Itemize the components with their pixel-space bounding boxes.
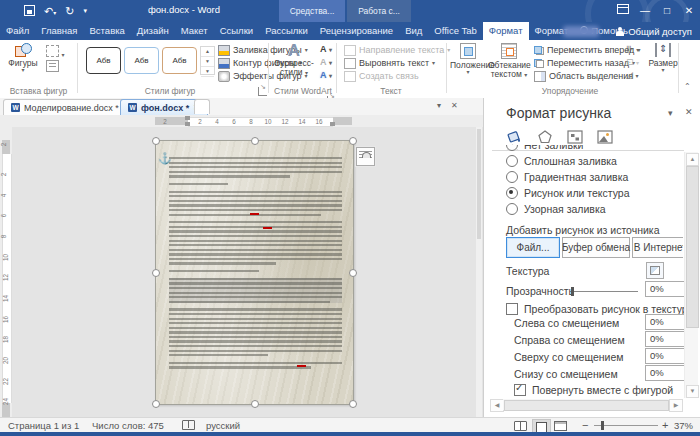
tab-insert[interactable]: Вставка <box>84 22 131 40</box>
effects-tab-icon[interactable] <box>534 128 556 146</box>
selection-handle-bottom-middle[interactable] <box>251 400 259 408</box>
radio-icon[interactable] <box>506 145 518 151</box>
rotate-objects-button[interactable]: ◿ ▾ <box>626 70 638 80</box>
tab-design[interactable]: Дизайн <box>131 22 175 40</box>
word-count-status[interactable]: Число слов: 475 <box>92 418 164 433</box>
vertical-ruler[interactable]: 2 2 4 6 8 10 12 14 16 18 20 22 24 <box>0 127 12 417</box>
indent-marker[interactable] <box>185 122 190 126</box>
scrollbar-thumb[interactable] <box>504 400 669 411</box>
selection-handle-middle-right[interactable] <box>349 269 357 277</box>
scroll-right-icon[interactable]: ▶ <box>669 399 683 412</box>
position-button[interactable]: Положение ▾ <box>450 43 486 75</box>
tab-layout[interactable]: Макет <box>175 22 214 40</box>
text-outline-button[interactable]: А ▾ <box>320 57 332 68</box>
page-count-status[interactable]: Страница 1 из 1 <box>8 418 79 433</box>
clipboard-button[interactable]: Буфер обмена <box>562 237 630 258</box>
file-button[interactable]: Файл... <box>506 237 560 258</box>
save-icon[interactable] <box>24 5 35 18</box>
tab-references[interactable]: Ссылки <box>214 22 259 40</box>
shape-style-3[interactable]: Абв <box>162 47 197 74</box>
selection-handle-top-middle[interactable] <box>251 137 259 145</box>
zoom-in-button[interactable]: + <box>662 418 668 433</box>
fill-option-picture-texture[interactable]: Рисунок или текстура <box>506 186 630 199</box>
undo-icon[interactable]: ↶▾ <box>44 5 56 18</box>
selection-handle-top-right[interactable] <box>349 137 357 145</box>
text-box-button[interactable] <box>46 60 59 74</box>
horizontal-ruler[interactable]: 2 2 4 6 8 10 12 14 16 <box>0 115 483 127</box>
fill-line-tab-icon[interactable] <box>504 128 526 146</box>
redo-icon[interactable]: ↻ <box>65 5 74 18</box>
shape-style-1[interactable]: Абв <box>86 47 121 74</box>
pane-menu-icon[interactable]: ▾ <box>668 108 673 118</box>
shape-style-2[interactable]: Абв <box>124 47 159 74</box>
scrollbar-thumb[interactable] <box>686 166 699 328</box>
red-hyperlink-word[interactable] <box>263 227 272 229</box>
gallery-more-icon[interactable]: ▼ <box>201 67 214 77</box>
shape-styles-dialog-launcher-icon[interactable] <box>258 87 267 96</box>
fill-option-pattern[interactable]: Узорная заливка <box>506 202 606 215</box>
read-mode-button[interactable] <box>512 419 529 432</box>
edit-shape-button[interactable]: ▾ <box>46 45 65 59</box>
scroll-up-icon[interactable]: ▲ <box>686 153 699 166</box>
radio-icon[interactable] <box>506 171 518 183</box>
share-button[interactable]: Общий доступ <box>616 22 692 40</box>
quick-styles-button[interactable]: А Экспресс- стили ▾ <box>272 43 316 77</box>
tab-bar-close-icon[interactable]: ✕ <box>451 101 458 110</box>
minimize-button[interactable]: — <box>634 0 656 22</box>
text-direction-button[interactable]: Направление текста▾ <box>344 44 450 56</box>
pane-horizontal-scrollbar[interactable]: ◀ ▶ <box>490 399 683 411</box>
tab-format-drawing[interactable]: Формат <box>483 22 529 40</box>
transparency-slider-thumb[interactable] <box>571 287 574 296</box>
send-backward-button[interactable]: Переместить назад▾ <box>534 57 635 69</box>
tab-file[interactable]: Файл <box>0 22 35 40</box>
close-button[interactable]: ✕ <box>678 0 700 22</box>
radio-selected-icon[interactable] <box>506 187 518 199</box>
offset-right-input[interactable]: 0% <box>645 331 687 347</box>
tab-list-dropdown-icon[interactable]: ▾ <box>437 101 441 110</box>
indent-marker[interactable] <box>330 122 335 126</box>
offset-left-input[interactable]: 0% <box>645 314 687 330</box>
offset-top-input[interactable]: 0% <box>645 348 687 364</box>
tab-home[interactable]: Главная <box>35 22 83 40</box>
zoom-level[interactable]: 37% <box>674 418 693 433</box>
transparency-value-input[interactable]: 0% <box>645 281 687 297</box>
bring-forward-button[interactable]: Переместить вперед▾ <box>534 44 640 56</box>
size-button[interactable]: Размер ▾ <box>648 43 678 73</box>
text-fill-button[interactable]: А ▾ <box>320 44 332 55</box>
web-layout-button[interactable] <box>552 419 569 432</box>
radio-icon[interactable] <box>506 155 518 167</box>
fill-option-solid[interactable]: Сплошная заливка <box>506 154 617 167</box>
proofing-status-icon[interactable] <box>182 418 195 433</box>
tab-view[interactable]: Вид <box>399 22 428 40</box>
radio-icon[interactable] <box>506 203 518 215</box>
create-link-button[interactable]: Создать связь <box>344 70 419 82</box>
fill-option-clipped[interactable]: Нет заливки <box>506 145 626 152</box>
group-objects-button[interactable]: ⊡ ▾ <box>626 57 639 67</box>
fill-option-gradient[interactable]: Градиентная заливка <box>506 170 628 183</box>
document-vertical-scrollbar[interactable] <box>476 127 482 417</box>
tab-office-tab[interactable]: Office Tab <box>428 22 482 40</box>
ribbon-display-options-icon[interactable] <box>612 0 634 22</box>
rotate-with-shape-checkbox[interactable]: Повернуть вместе с фигурой <box>514 383 673 396</box>
tab-review[interactable]: Рецензирование <box>314 22 399 40</box>
red-hyperlink-word[interactable] <box>250 213 259 215</box>
gallery-down-icon[interactable]: ▼ <box>201 57 214 67</box>
checkbox-checked-icon[interactable] <box>514 384 526 396</box>
selection-handle-top-left[interactable] <box>152 137 160 145</box>
scrollbar-thumb[interactable] <box>477 129 481 239</box>
scroll-left-icon[interactable]: ◀ <box>490 399 504 412</box>
align-objects-button[interactable]: ⊪ ▾ <box>626 44 639 54</box>
scroll-down-icon[interactable]: ▼ <box>686 385 699 398</box>
texture-picker-button[interactable] <box>646 262 664 279</box>
online-button[interactable]: В Интернет... <box>632 237 683 258</box>
shape-styles-gallery-scroll[interactable]: ▲ ▼ ▼ <box>200 46 215 75</box>
layout-properties-tab-icon[interactable] <box>564 128 586 146</box>
zoom-out-button[interactable]: − <box>582 418 588 433</box>
gallery-up-icon[interactable]: ▲ <box>201 47 214 57</box>
wrap-text-button[interactable]: Обтекание текстом ▾ <box>488 43 530 79</box>
collapse-ribbon-icon[interactable]: ⌃ <box>684 82 691 91</box>
maximize-button[interactable]: □ <box>656 0 678 22</box>
text-effects-button[interactable]: А ▾ <box>320 70 332 81</box>
align-text-button[interactable]: Выровнять текст▾ <box>344 57 435 69</box>
layout-options-button[interactable] <box>356 147 375 166</box>
